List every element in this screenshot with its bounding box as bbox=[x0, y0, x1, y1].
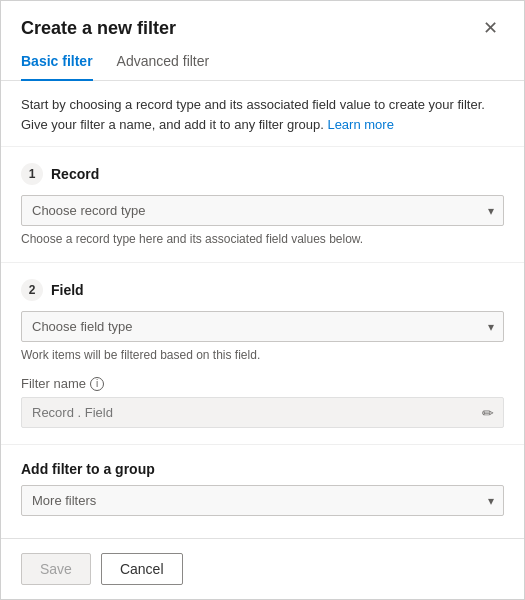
filter-name-label-wrap: Filter name i bbox=[21, 376, 504, 391]
tab-advanced-filter[interactable]: Advanced filter bbox=[117, 43, 210, 81]
add-to-group-section: Add filter to a group More filters ▾ bbox=[1, 445, 524, 526]
close-button[interactable]: ✕ bbox=[477, 17, 504, 39]
field-section-hint: Work items will be filtered based on thi… bbox=[21, 348, 504, 362]
field-section: 2 Field Choose field type ▾ Work items w… bbox=[1, 263, 524, 445]
filter-name-area: Filter name i ✏ bbox=[21, 362, 504, 428]
record-step-number: 1 bbox=[21, 163, 43, 185]
cancel-button[interactable]: Cancel bbox=[101, 553, 183, 585]
dialog-title: Create a new filter bbox=[21, 18, 176, 39]
tabs-container: Basic filter Advanced filter bbox=[1, 43, 524, 81]
field-section-title: Field bbox=[51, 282, 84, 298]
save-button[interactable]: Save bbox=[21, 553, 91, 585]
record-section-header: 1 Record bbox=[21, 163, 504, 185]
tab-basic-filter[interactable]: Basic filter bbox=[21, 43, 93, 81]
field-type-dropdown-wrap: Choose field type ▾ bbox=[21, 311, 504, 342]
filter-name-label-text: Filter name bbox=[21, 376, 86, 391]
record-section: 1 Record Choose record type ▾ Choose a r… bbox=[1, 147, 524, 263]
record-type-dropdown-wrap: Choose record type ▾ bbox=[21, 195, 504, 226]
field-type-dropdown[interactable]: Choose field type bbox=[21, 311, 504, 342]
create-filter-dialog: Create a new filter ✕ Basic filter Advan… bbox=[0, 0, 525, 600]
group-dropdown-wrap: More filters ▾ bbox=[21, 485, 504, 516]
filter-name-input-wrap: ✏ bbox=[21, 397, 504, 428]
record-section-title: Record bbox=[51, 166, 99, 182]
add-to-group-label: Add filter to a group bbox=[21, 461, 504, 477]
filter-name-info-icon: i bbox=[90, 377, 104, 391]
group-dropdown[interactable]: More filters bbox=[21, 485, 504, 516]
dialog-header: Create a new filter ✕ bbox=[1, 1, 524, 39]
field-section-header: 2 Field bbox=[21, 279, 504, 301]
record-type-dropdown[interactable]: Choose record type bbox=[21, 195, 504, 226]
edit-filter-name-icon[interactable]: ✏ bbox=[482, 405, 494, 421]
description-body: Start by choosing a record type and its … bbox=[21, 97, 485, 132]
dialog-footer: Save Cancel bbox=[1, 538, 524, 599]
record-section-hint: Choose a record type here and its associ… bbox=[21, 232, 504, 246]
filter-name-input[interactable] bbox=[21, 397, 504, 428]
description-text: Start by choosing a record type and its … bbox=[1, 81, 524, 147]
learn-more-link[interactable]: Learn more bbox=[327, 117, 393, 132]
field-step-number: 2 bbox=[21, 279, 43, 301]
